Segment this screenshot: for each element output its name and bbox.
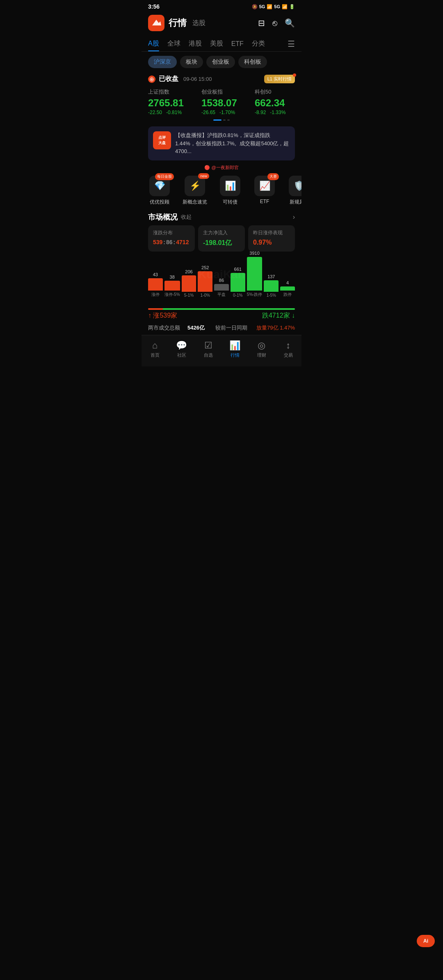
quick-badge-concept: new xyxy=(198,173,209,179)
subnav-star[interactable]: 科创板 xyxy=(238,56,267,68)
signal-bars: 📶 xyxy=(267,4,272,9)
stats-value-limit: 0.97% xyxy=(253,239,290,246)
market-status-bar: 已收盘 09-06 15:00 L1 实时行情 xyxy=(142,72,301,85)
share-icon[interactable]: ⎋ xyxy=(272,18,277,28)
quick-item-concept[interactable]: ⚡ new 新概念速览 xyxy=(183,176,207,206)
bar-count-up1: 206 xyxy=(185,269,192,274)
rising-count: 539 xyxy=(153,239,162,245)
index-shanghai[interactable]: 上证指数 2765.81 -22.50 -0.81% xyxy=(148,88,193,115)
bar-col-limit-dn: 4 跌停 xyxy=(280,280,295,298)
quick-label-bond: 可转债 xyxy=(223,199,237,206)
stats-card-limit[interactable]: 昨日涨停表现 0.97% xyxy=(248,225,295,252)
bar-label-up1: 5-1% xyxy=(184,293,194,298)
nav-item-market[interactable]: 📊 行情 xyxy=(222,339,248,360)
search-icon[interactable]: 🔍 xyxy=(285,18,295,28)
quick-icon-wrap-newrule: 🛡️ xyxy=(289,176,301,196)
stats-label-limit: 昨日涨停表现 xyxy=(253,229,290,236)
market-label: 行情 xyxy=(231,352,240,358)
nav-item-community[interactable]: 💬 社区 xyxy=(168,339,195,360)
bar-chart: 43 涨停 38 涨停-5% 206 5-1% 252 1-0% 86 平盘 6… xyxy=(148,256,295,306)
quick-item-touying[interactable]: 💎 每日金股 优优投顾 xyxy=(148,176,171,206)
index-star50[interactable]: 科创50 662.34 -8.92 -1.33% xyxy=(255,88,300,115)
bar-count-up5: 38 xyxy=(170,275,175,279)
quick-label-etf: ETF xyxy=(260,199,269,204)
mute-icon: 🔕 xyxy=(252,4,258,9)
subnav-shanghai[interactable]: 沪深京 xyxy=(148,56,177,68)
subnav-sector[interactable]: 板块 xyxy=(180,56,203,68)
header-icons: ⊟ ⎋ 🔍 xyxy=(258,18,295,28)
market-overview-arrow[interactable]: › xyxy=(293,213,295,221)
index-shanghai-value: 2765.81 xyxy=(148,97,193,109)
quick-item-etf[interactable]: 📈 大赛 ETF xyxy=(253,176,276,204)
bar-col-limit-up: 43 涨停 xyxy=(148,272,163,298)
bar-col-dn5: 3910 5%-跌停 xyxy=(247,251,263,298)
quick-badge-touying: 每日金股 xyxy=(155,173,174,180)
watermark: KuaiKan xyxy=(198,268,245,281)
index-chinext-name: 创业板指 xyxy=(201,88,247,96)
community-label: 社区 xyxy=(177,352,186,358)
stats-card-flow[interactable]: 主力净流入 -198.01亿 xyxy=(198,225,245,252)
bar-flat xyxy=(214,284,229,291)
bar-count-limit-dn: 4 xyxy=(286,280,289,285)
progress-rising xyxy=(148,308,163,310)
index-star50-change: -8.92 -1.33% xyxy=(255,110,300,115)
scroll-dot-2 xyxy=(223,119,226,121)
subnav-chinext[interactable]: 创业板 xyxy=(206,56,235,68)
rising-label: ↑ 涨539家 xyxy=(148,311,177,320)
index-chinext[interactable]: 创业板指 1538.07 -26.65 -1.70% xyxy=(201,88,247,115)
index-star50-value: 662.34 xyxy=(255,97,300,109)
volume-label: 两市成交总额 xyxy=(148,324,180,332)
tab-global[interactable]: 全球 xyxy=(167,36,180,51)
news-banner[interactable]: 点评 大盘 【收盘播报】沪指跌0.81%，深证成指跌1.44%，创业板指跌1.7… xyxy=(148,126,295,160)
bar-chart-section: KuaiKan 43 涨停 38 涨停-5% 206 5-1% 252 1-0%… xyxy=(142,252,301,306)
index-star50-name: 科创50 xyxy=(255,88,300,96)
nav-item-finance[interactable]: ◎ 理财 xyxy=(248,339,275,360)
more-tabs-icon[interactable]: ☰ xyxy=(288,39,295,49)
bar-count-limit-up: 43 xyxy=(153,272,158,277)
sep2: : xyxy=(174,239,176,245)
filter-icon[interactable]: ⊟ xyxy=(258,18,265,28)
nav-item-watchlist[interactable]: ☑ 自选 xyxy=(195,339,222,360)
realtime-badge[interactable]: L1 实时行情 xyxy=(264,75,295,83)
bar-up1 xyxy=(182,275,196,292)
falling-count: 4712 xyxy=(176,239,189,245)
tab-category[interactable]: 分类 xyxy=(252,36,265,51)
header-title: 行情 xyxy=(169,17,187,29)
quick-icon-wrap-concept: ⚡ new xyxy=(185,176,205,196)
bar-count-dn5: 3910 xyxy=(249,251,259,256)
header-subtitle: 选股 xyxy=(192,19,206,27)
index-section: 上证指数 2765.81 -22.50 -0.81% 创业板指 1538.07 … xyxy=(142,85,301,117)
quick-icon-newrule: 🛡️ xyxy=(289,176,301,196)
stats-row: 涨跌分布 539 : 86 : 4712 主力净流入 -198.01亿 昨日涨停… xyxy=(142,225,301,252)
tab-etf[interactable]: ETF xyxy=(231,37,244,51)
index-chinext-value: 1538.07 xyxy=(201,97,247,109)
scroll-indicator xyxy=(142,117,301,123)
header: 行情 选股 ⊟ ⎋ 🔍 xyxy=(142,11,301,36)
bar-label-dn1: 1-5% xyxy=(267,293,276,298)
volume-comp-label: 较前一日同期 xyxy=(215,324,247,332)
market-status-time: 09-06 15:00 xyxy=(183,76,212,82)
battery-icon: 🔋 xyxy=(289,4,295,9)
progress-section: ↑ 涨539家 跌4712家 ↓ xyxy=(142,306,301,322)
bar-count-dn1: 137 xyxy=(267,274,275,279)
tab-hk-stock[interactable]: 港股 xyxy=(189,36,202,51)
tab-us-stock[interactable]: 美股 xyxy=(210,36,223,51)
market-status-icon xyxy=(148,76,155,83)
nav-item-trade[interactable]: ↕ 交易 xyxy=(275,339,301,360)
progress-labels: ↑ 涨539家 跌4712家 ↓ xyxy=(148,311,295,320)
quick-item-newrule[interactable]: 🛡️ 新规风... xyxy=(288,176,301,206)
index-shanghai-name: 上证指数 xyxy=(148,88,193,96)
nav-item-home[interactable]: ⌂ 首页 xyxy=(142,339,168,360)
volume-comp-value: 放量79亿 1.47% xyxy=(256,324,295,332)
market-overview-collapse[interactable]: 收起 xyxy=(181,213,192,221)
quick-item-bond[interactable]: 📊 可转债 xyxy=(219,176,242,206)
status-time: 3:56 xyxy=(148,3,160,10)
bar-dn5 xyxy=(247,257,263,291)
tab-a-stock[interactable]: A股 xyxy=(148,36,159,51)
bar-dn1 xyxy=(264,280,279,292)
stats-card-distribution[interactable]: 涨跌分布 539 : 86 : 4712 xyxy=(148,225,195,252)
community-icon: 💬 xyxy=(176,340,187,351)
watchlist-icon: ☑ xyxy=(204,340,212,351)
sep1: : xyxy=(163,239,165,245)
status-bar: 3:56 🔕 5G 📶 5G 📶 🔋 xyxy=(142,0,301,11)
